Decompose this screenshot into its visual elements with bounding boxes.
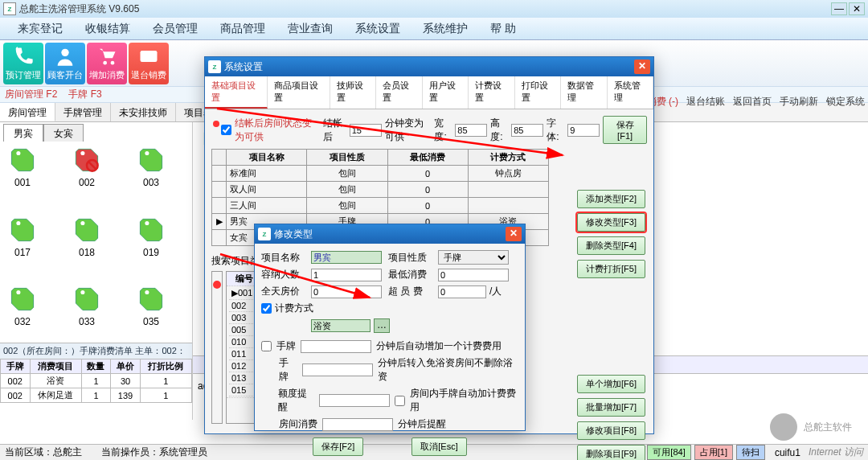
room-cell[interactable]: 018: [68, 216, 106, 269]
tool-add[interactable]: 增加消费: [87, 43, 127, 84]
table-row[interactable]: 三人间包间0: [212, 198, 549, 214]
chk-limit[interactable]: [395, 396, 405, 406]
edit-dialog-close-button[interactable]: ✕: [506, 227, 522, 241]
link-checkout[interactable]: 退台结账: [686, 95, 725, 109]
tab-male[interactable]: 男宾: [3, 124, 43, 142]
room-cell[interactable]: 033: [68, 285, 106, 338]
room-cell[interactable]: 019: [132, 216, 170, 269]
dialog-title: 系统设置: [224, 60, 634, 74]
action-button[interactable]: 批量增加[F7]: [577, 398, 645, 417]
room-tag-icon: [73, 216, 100, 244]
minimize-button[interactable]: —: [831, 2, 847, 15]
action-button[interactable]: 修改项目[F8]: [577, 421, 645, 440]
tab-tag[interactable]: 手牌管理: [55, 103, 111, 121]
table-row[interactable]: 002浴资1301: [1, 374, 192, 388]
table-row[interactable]: 标准间包间0钟点房: [212, 166, 549, 182]
settings-tab[interactable]: 用户设置: [423, 76, 469, 109]
tab-room[interactable]: 房间管理: [0, 103, 55, 121]
input-calc[interactable]: [311, 319, 371, 332]
input-over[interactable]: [438, 285, 486, 298]
input-sp2[interactable]: [302, 363, 373, 376]
settings-tab[interactable]: 系统管理: [608, 76, 654, 109]
app-logo-icon: Z: [3, 2, 16, 15]
input-day[interactable]: [311, 285, 382, 298]
cfg-font-input[interactable]: [567, 124, 600, 137]
tool-return[interactable]: 退台销费: [129, 43, 169, 84]
room-cell[interactable]: 035: [132, 285, 170, 338]
settings-tab[interactable]: 技师设置: [330, 76, 377, 109]
link-tag-mgmt[interactable]: 手牌 F3: [68, 88, 101, 101]
dialog-close-button[interactable]: ✕: [634, 60, 650, 74]
input-minc[interactable]: [438, 269, 509, 281]
action-button[interactable]: 添加类型[F2]: [577, 190, 645, 208]
tool-reserve[interactable]: 预订管理: [3, 43, 43, 84]
action-button[interactable]: 单个增加[F6]: [577, 375, 645, 393]
menu-query[interactable]: 营业查询: [276, 18, 344, 39]
link-room-mgmt[interactable]: 房间管理 F2: [5, 88, 57, 101]
svg-point-0: [61, 49, 68, 56]
action-button[interactable]: 删除类型[F4]: [577, 236, 645, 255]
cfg-height-input[interactable]: [511, 124, 543, 137]
edit-save-button[interactable]: 保存[F2]: [313, 437, 363, 456]
lbl-day: 全天房价: [261, 285, 306, 298]
cfg-save-button[interactable]: 保存[F1]: [603, 116, 647, 144]
menu-goods[interactable]: 商品管理: [209, 18, 276, 39]
link-refresh[interactable]: 手动刷新: [780, 95, 818, 109]
cfg-minutes-input[interactable]: [350, 124, 382, 137]
settings-tab[interactable]: 打印设置: [515, 76, 562, 109]
input-limit[interactable]: [319, 394, 390, 407]
cfg-width-input[interactable]: [455, 124, 487, 137]
config-row: 结帐后房间状态变为可供 结帐后 分钟变为可供 宽度: 高度: 字体: 保存[F1…: [211, 116, 647, 144]
chk-sp1[interactable]: [261, 341, 272, 351]
chk-calc[interactable]: [261, 303, 272, 314]
cart-icon: [96, 45, 118, 68]
svg-point-14: [145, 290, 149, 294]
settings-tab[interactable]: 基础项目设置: [205, 76, 268, 109]
menu-maint[interactable]: 系统维护: [411, 18, 479, 39]
wallet-icon: [137, 45, 160, 68]
input-sp1[interactable]: [301, 340, 371, 353]
input-cap[interactable]: [311, 269, 382, 281]
tool-open[interactable]: 顾客开台: [45, 43, 85, 84]
action-button[interactable]: 删除项目[F9]: [577, 445, 645, 460]
scroll-strip[interactable]: [211, 271, 223, 424]
tab-female[interactable]: 女宾: [43, 124, 84, 142]
settings-tab[interactable]: 会员设置: [376, 76, 423, 109]
menu-guest[interactable]: 来宾登记: [6, 18, 74, 39]
close-button[interactable]: ✕: [849, 2, 865, 15]
input-name[interactable]: [311, 251, 382, 264]
calc-picker-button[interactable]: …: [374, 318, 390, 333]
action-button[interactable]: 计费打折[F5]: [577, 260, 645, 278]
settings-tab[interactable]: 计费设置: [469, 76, 515, 109]
lbl-calc: 计费方式: [275, 302, 313, 315]
menu-help[interactable]: 帮 助: [479, 18, 527, 39]
room-cell[interactable]: 003: [132, 146, 170, 199]
room-tag-icon: [137, 146, 165, 174]
menu-settings[interactable]: 系统设置: [344, 18, 411, 39]
settings-tab[interactable]: 数据管理: [561, 76, 608, 109]
person-icon: [54, 45, 76, 68]
room-cell[interactable]: 002: [68, 146, 106, 199]
chk-room-state[interactable]: [221, 125, 231, 135]
item-buttons: 单个增加[F6]批量增加[F7]修改项目[F8]删除项目[F9]关联设备号: [577, 375, 645, 460]
svg-point-9: [16, 221, 20, 225]
action-button[interactable]: 修改类型[F3]: [577, 213, 645, 232]
room-cell[interactable]: 017: [3, 216, 42, 269]
link-lock[interactable]: 锁定系统: [826, 95, 865, 109]
settings-tab[interactable]: 商品项目设置: [268, 76, 330, 109]
svg-rect-3: [141, 51, 158, 62]
select-prop[interactable]: 手牌: [438, 250, 509, 265]
input-roomc[interactable]: [322, 418, 393, 431]
menu-cashier[interactable]: 收银结算: [74, 18, 141, 39]
table-row[interactable]: 002休闲足道11391: [1, 388, 192, 403]
type-buttons: 添加类型[F2]修改类型[F3]删除类型[F4]计费打折[F5]: [577, 190, 645, 278]
menu-member[interactable]: 会员管理: [141, 18, 209, 39]
tab-unassigned[interactable]: 未安排技师: [111, 103, 176, 121]
col-header: 打折比例: [140, 359, 191, 374]
room-cell[interactable]: 001: [3, 146, 42, 199]
edit-cancel-button[interactable]: 取消[Esc]: [411, 437, 466, 456]
tool-return-label: 退台销费: [131, 69, 166, 81]
link-home[interactable]: 返回首页: [733, 95, 772, 109]
table-row[interactable]: 双人间包间0: [212, 182, 549, 198]
room-cell[interactable]: 032: [3, 285, 42, 338]
